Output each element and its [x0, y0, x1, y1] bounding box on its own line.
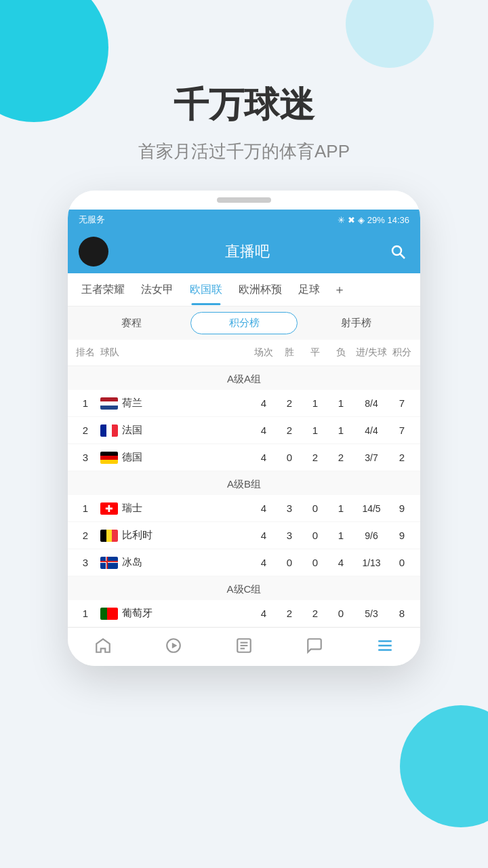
rank: 2: [73, 530, 98, 541]
phone-notch-bar: [68, 191, 420, 210]
svg-marker-3: [172, 643, 178, 649]
lose: 1: [328, 397, 354, 409]
draw: 0: [302, 557, 328, 568]
flag-de: [100, 452, 118, 464]
nav-video[interactable]: [164, 636, 183, 655]
table-row[interactable]: 1 荷兰 4 2 1 1 8/4 7: [68, 390, 420, 417]
team-cell: ✚ 瑞士: [98, 502, 251, 515]
hero-title: 千万球迷: [0, 81, 488, 129]
team-cell: 德国: [98, 451, 251, 464]
nav-chat[interactable]: [305, 636, 324, 655]
matches: 4: [251, 557, 277, 568]
rank: 3: [73, 557, 98, 568]
matches: 4: [251, 425, 277, 436]
bluetooth-icon: ✳: [338, 215, 345, 225]
header-draw: 平: [302, 347, 328, 359]
svg-point-0: [392, 246, 401, 255]
group-c-header: A级C组: [68, 576, 420, 600]
sub-tabs: 赛程 积分榜 射手榜: [68, 307, 420, 340]
tab-football[interactable]: 足球: [290, 275, 328, 305]
win: 2: [277, 397, 302, 409]
tab-euro-qual[interactable]: 欧洲杯预: [230, 275, 290, 305]
win: 2: [277, 425, 302, 436]
nav-home[interactable]: [94, 636, 113, 655]
matches: 4: [251, 608, 277, 619]
draw: 0: [302, 502, 328, 514]
goals: 8/4: [354, 398, 389, 409]
rank: 2: [73, 425, 98, 436]
team-name: 冰岛: [122, 556, 142, 569]
header-goals: 进/失球: [354, 347, 389, 359]
hero-section: 千万球迷 首家月活过千万的体育APP: [0, 0, 488, 191]
goals: 4/4: [354, 425, 389, 436]
points: 2: [389, 452, 415, 463]
battery-level: 29% 14:36: [367, 215, 409, 225]
win: 2: [277, 608, 302, 619]
draw: 1: [302, 425, 328, 436]
table-row[interactable]: 2 比利时 4 3 0 1 9/6 9: [68, 522, 420, 549]
app-logo[interactable]: [79, 237, 108, 267]
matches: 4: [251, 502, 277, 514]
sub-tab-standings[interactable]: 积分榜: [190, 312, 298, 334]
table-row[interactable]: 3 德国 4 0 2 2 3/7 2: [68, 444, 420, 471]
team-name: 荷兰: [122, 397, 142, 410]
draw: 0: [302, 530, 328, 541]
list-icon: [375, 636, 394, 655]
home-icon: [94, 636, 113, 655]
tab-nations-league[interactable]: 欧国联: [182, 275, 230, 305]
flag-fr: [100, 425, 118, 437]
points: 9: [389, 530, 415, 541]
app-header: 直播吧: [68, 230, 420, 273]
goals: 9/6: [354, 530, 389, 541]
header-team: 球队: [98, 347, 251, 359]
lose: 4: [328, 557, 354, 568]
goals: 14/5: [354, 503, 389, 514]
tab-wangzhe[interactable]: 王者荣耀: [73, 275, 133, 305]
lose: 1: [328, 425, 354, 436]
table-row[interactable]: 1 ✚ 瑞士 4 3 0 1 14/5 9: [68, 495, 420, 522]
table-row[interactable]: 3 冰岛 4 0 0 4 1/13 0: [68, 549, 420, 576]
table-row[interactable]: 2 法国 4 2 1 1 4/4 7: [68, 417, 420, 444]
goals: 1/13: [354, 557, 389, 568]
matches: 4: [251, 452, 277, 463]
rank: 1: [73, 608, 98, 619]
nav-news[interactable]: [235, 636, 253, 655]
sub-tab-scorers[interactable]: 射手榜: [303, 313, 409, 334]
rank: 3: [73, 452, 98, 463]
sub-tab-schedule[interactable]: 赛程: [79, 313, 185, 334]
phone-notch: [217, 197, 271, 203]
hero-subtitle: 首家月活过千万的体育APP: [0, 140, 488, 163]
search-button[interactable]: [386, 240, 409, 263]
nav-list[interactable]: [375, 636, 394, 655]
goals: 3/7: [354, 452, 389, 463]
tab-more-icon[interactable]: ＋: [328, 273, 351, 306]
table-row[interactable]: 1 葡萄牙 4 2 2 0 5/3 8: [68, 600, 420, 627]
play-icon: [164, 636, 183, 655]
points: 7: [389, 397, 415, 409]
team-name: 葡萄牙: [122, 607, 152, 620]
rank: 1: [73, 397, 98, 409]
team-name: 法国: [122, 424, 142, 437]
flag-pt: [100, 608, 118, 620]
matches: 4: [251, 530, 277, 541]
draw: 2: [302, 452, 328, 463]
header-lose: 负: [328, 347, 354, 359]
win: 3: [277, 502, 302, 514]
app-title: 直播吧: [225, 241, 270, 262]
points: 0: [389, 557, 415, 568]
nav-tabs: 王者荣耀 法女甲 欧国联 欧洲杯预 足球 ＋: [68, 273, 420, 307]
lose: 0: [328, 608, 354, 619]
phone-mockup: 无服务 ✳ ✖ ◈ 29% 14:36 直播吧 王者荣耀 法女甲 欧国联 欧洲杯…: [68, 191, 420, 666]
tab-ligue2[interactable]: 法女甲: [133, 275, 182, 305]
rank: 1: [73, 502, 98, 514]
lose: 1: [328, 502, 354, 514]
points: 9: [389, 502, 415, 514]
goals: 5/3: [354, 608, 389, 619]
win: 0: [277, 557, 302, 568]
header-win: 胜: [277, 347, 302, 359]
search-icon: [390, 243, 406, 260]
draw: 2: [302, 608, 328, 619]
team-cell: 荷兰: [98, 397, 251, 410]
matches: 4: [251, 397, 277, 409]
team-cell: 法国: [98, 424, 251, 437]
